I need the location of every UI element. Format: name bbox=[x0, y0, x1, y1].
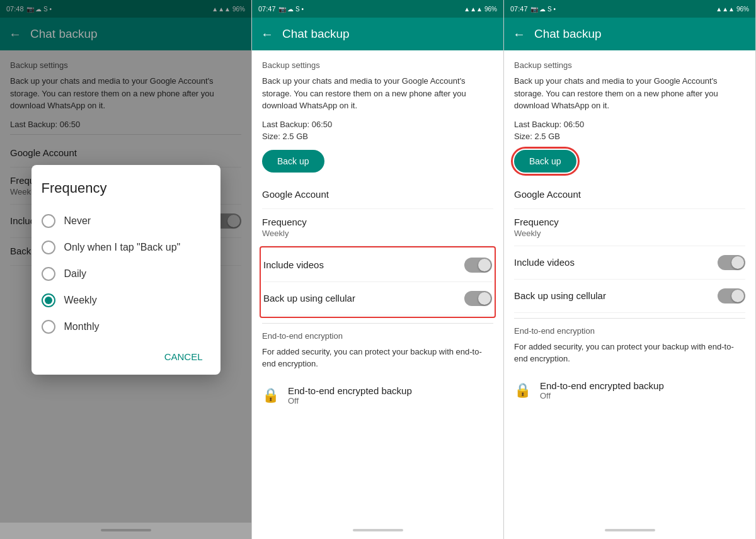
radio-never[interactable] bbox=[42, 214, 55, 228]
section-label-2: Backup settings bbox=[262, 60, 493, 70]
option-weekly-label: Weekly bbox=[64, 295, 97, 306]
frequency-row-3[interactable]: Frequency Weekly bbox=[514, 209, 745, 246]
section-label-3: Backup settings bbox=[514, 60, 745, 70]
frequency-label-3: Frequency bbox=[514, 217, 745, 227]
status-bar-3: 07:47 📷 ☁ S • ▲▲▲ 96% bbox=[504, 0, 755, 18]
frequency-row-2[interactable]: Frequency Weekly bbox=[262, 209, 493, 246]
include-videos-toggle-3[interactable] bbox=[718, 255, 745, 270]
encryption-section-label-3: End-to-end encryption bbox=[514, 326, 745, 336]
last-backup-2: Last Backup: 06:50 bbox=[262, 120, 493, 129]
encryption-text-3: End-to-end encrypted backup Off bbox=[540, 380, 664, 400]
phone-panel-3: 07:47 📷 ☁ S • ▲▲▲ 96% ← Chat backup Back… bbox=[504, 0, 756, 539]
back-button-3[interactable]: ← bbox=[513, 27, 525, 42]
dialog-actions: Cancel bbox=[42, 346, 210, 367]
status-right-2: ▲▲▲ 96% bbox=[464, 6, 497, 13]
google-account-label-2: Google Account bbox=[262, 189, 493, 200]
toggle-highlighted-area-2: Include videos Back up using cellular bbox=[260, 246, 496, 318]
include-videos-row-3[interactable]: Include videos bbox=[514, 246, 745, 280]
frequency-value-2: Weekly bbox=[262, 229, 493, 238]
cellular-row-3[interactable]: Back up using cellular bbox=[514, 280, 745, 313]
backup-button-3[interactable]: Back up bbox=[514, 150, 576, 173]
radio-weekly[interactable] bbox=[42, 293, 55, 307]
description-2: Back up your chats and media to your Goo… bbox=[262, 75, 493, 112]
option-daily[interactable]: Daily bbox=[42, 261, 210, 287]
signal-icon-2: ▲▲▲ bbox=[464, 6, 483, 13]
scroll-indicator-3 bbox=[605, 529, 655, 531]
dialog-overlay-1: Frequency Never Only when I tap "Back up… bbox=[0, 0, 251, 539]
content-3: Backup settings Back up your chats and m… bbox=[504, 50, 755, 523]
size-2: Size: 2.5 GB bbox=[262, 132, 493, 141]
cellular-toggle-2[interactable] bbox=[464, 291, 492, 306]
scroll-indicator-2 bbox=[353, 529, 403, 531]
option-never[interactable]: Never bbox=[42, 208, 210, 234]
google-account-row-2[interactable]: Google Account bbox=[262, 181, 493, 209]
bottom-bar-2 bbox=[252, 523, 503, 539]
status-left-2: 07:47 📷 ☁ S • bbox=[258, 5, 304, 13]
lock-icon-3: 🔒 bbox=[514, 382, 531, 399]
battery-icon-2: 96% bbox=[484, 6, 497, 13]
content-2: Backup settings Back up your chats and m… bbox=[252, 50, 503, 523]
option-weekly[interactable]: Weekly bbox=[42, 287, 210, 314]
option-never-label: Never bbox=[64, 215, 91, 227]
size-3: Size: 2.5 GB bbox=[514, 132, 745, 141]
radio-only-when[interactable] bbox=[42, 241, 55, 254]
include-videos-toggle-2[interactable] bbox=[464, 258, 492, 273]
status-icons-3: 📷 ☁ S • bbox=[530, 6, 556, 13]
phone-panel-2: 07:47 📷 ☁ S • ▲▲▲ 96% ← Chat backup Back… bbox=[252, 0, 504, 539]
divider-3 bbox=[514, 318, 745, 319]
option-only-when-label: Only when I tap "Back up" bbox=[64, 242, 181, 253]
description-3: Back up your chats and media to your Goo… bbox=[514, 75, 745, 112]
dialog-title: Frequency bbox=[42, 180, 210, 196]
signal-icon-3: ▲▲▲ bbox=[716, 6, 735, 13]
bottom-bar-3 bbox=[504, 523, 755, 539]
encryption-title-2: End-to-end encrypted backup bbox=[288, 385, 412, 396]
last-backup-3: Last Backup: 06:50 bbox=[514, 120, 745, 129]
option-only-when[interactable]: Only when I tap "Back up" bbox=[42, 234, 210, 261]
radio-daily[interactable] bbox=[42, 267, 55, 281]
phone-panel-1: 07:48 📷 ☁ S • ▲▲▲ 96% ← Chat backup Back… bbox=[0, 0, 252, 539]
option-monthly[interactable]: Monthly bbox=[42, 314, 210, 340]
app-bar-3: ← Chat backup bbox=[504, 18, 755, 50]
encryption-section-label-2: End-to-end encryption bbox=[262, 331, 493, 341]
option-monthly-label: Monthly bbox=[64, 321, 100, 332]
encryption-subtitle-3: Off bbox=[540, 391, 664, 400]
frequency-label-2: Frequency bbox=[262, 217, 493, 227]
include-videos-label-3: Include videos bbox=[514, 257, 575, 268]
encryption-title-3: End-to-end encrypted backup bbox=[540, 380, 664, 391]
encryption-desc-3: For added security, you can protect your… bbox=[514, 341, 745, 365]
app-bar-2: ← Chat backup bbox=[252, 18, 503, 50]
divider-2 bbox=[262, 323, 493, 324]
status-right-3: ▲▲▲ 96% bbox=[716, 6, 749, 13]
status-icons-2: 📷 ☁ S • bbox=[278, 6, 304, 13]
encryption-desc-2: For added security, you can protect your… bbox=[262, 346, 493, 370]
back-button-2[interactable]: ← bbox=[261, 27, 273, 42]
status-left-3: 07:47 📷 ☁ S • bbox=[510, 5, 556, 13]
battery-icon-3: 96% bbox=[736, 6, 749, 13]
status-time-2: 07:47 bbox=[258, 5, 276, 13]
encryption-subtitle-2: Off bbox=[288, 396, 412, 406]
encryption-row-2[interactable]: 🔒 End-to-end encrypted backup Off bbox=[262, 378, 493, 413]
cellular-toggle-3[interactable] bbox=[718, 288, 745, 304]
frequency-dialog: Frequency Never Only when I tap "Back up… bbox=[32, 165, 220, 375]
encryption-section-3: End-to-end encryption For added security… bbox=[514, 326, 745, 408]
cellular-label-3: Back up using cellular bbox=[514, 290, 606, 301]
dialog-cancel-button[interactable]: Cancel bbox=[157, 346, 210, 367]
frequency-value-3: Weekly bbox=[514, 229, 745, 238]
lock-icon-2: 🔒 bbox=[262, 387, 279, 404]
cellular-row-2[interactable]: Back up using cellular bbox=[263, 282, 492, 315]
include-videos-label-2: Include videos bbox=[263, 259, 324, 270]
app-bar-title-2: Chat backup bbox=[282, 27, 350, 41]
radio-monthly[interactable] bbox=[42, 320, 55, 334]
encryption-section-2: End-to-end encryption For added security… bbox=[262, 331, 493, 413]
option-daily-label: Daily bbox=[64, 268, 87, 280]
include-videos-row-2[interactable]: Include videos bbox=[263, 249, 492, 282]
status-bar-2: 07:47 📷 ☁ S • ▲▲▲ 96% bbox=[252, 0, 503, 18]
status-time-3: 07:47 bbox=[510, 5, 528, 13]
backup-button-2[interactable]: Back up bbox=[262, 150, 324, 173]
cellular-label-2: Back up using cellular bbox=[263, 293, 355, 304]
app-bar-title-3: Chat backup bbox=[534, 27, 602, 41]
encryption-row-3[interactable]: 🔒 End-to-end encrypted backup Off bbox=[514, 373, 745, 408]
google-account-label-3: Google Account bbox=[514, 189, 745, 200]
encryption-text-2: End-to-end encrypted backup Off bbox=[288, 385, 412, 406]
google-account-row-3[interactable]: Google Account bbox=[514, 181, 745, 209]
